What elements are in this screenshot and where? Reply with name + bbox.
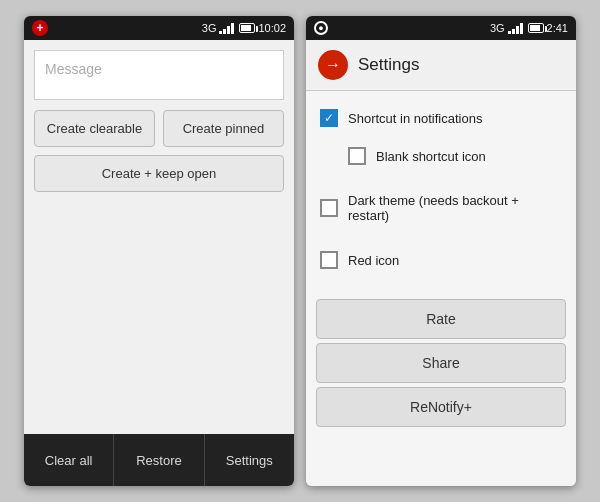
settings-content: Shortcut in notifications Blank shortcut… bbox=[306, 91, 576, 486]
dark-theme-label: Dark theme (needs backout + restart) bbox=[348, 193, 562, 223]
create-clearable-button[interactable]: Create clearable bbox=[34, 110, 155, 147]
settings-app-icon: → bbox=[318, 50, 348, 80]
blank-shortcut-checkbox[interactable] bbox=[348, 147, 366, 165]
left-phone: + 3G 10:02 Message Create clearable bbox=[24, 16, 294, 486]
red-icon-item[interactable]: Red icon bbox=[306, 241, 576, 279]
settings-divider-2 bbox=[306, 233, 576, 241]
shortcut-notifications-item[interactable]: Shortcut in notifications bbox=[306, 99, 576, 137]
notification-icon: ● bbox=[314, 21, 328, 35]
create-pinned-button[interactable]: Create pinned bbox=[163, 110, 284, 147]
status-right-right: 3G 2:41 bbox=[490, 22, 568, 34]
signal-icon-right bbox=[508, 22, 523, 34]
content-spacer bbox=[24, 200, 294, 434]
dark-theme-checkbox[interactable] bbox=[320, 199, 338, 217]
settings-divider-3 bbox=[306, 279, 576, 287]
shortcut-notifications-checkbox[interactable] bbox=[320, 109, 338, 127]
shortcut-notifications-label: Shortcut in notifications bbox=[348, 111, 482, 126]
network-type-right: 3G bbox=[490, 22, 505, 34]
status-right: 3G 10:02 bbox=[202, 22, 286, 34]
message-input[interactable]: Message bbox=[34, 50, 284, 100]
rate-button[interactable]: Rate bbox=[316, 299, 566, 339]
top-buttons-row: Create clearable Create pinned bbox=[34, 110, 284, 147]
renotify-button[interactable]: ReNotify+ bbox=[316, 387, 566, 427]
status-right-left: ● bbox=[314, 21, 328, 35]
restore-button[interactable]: Restore bbox=[114, 434, 204, 486]
left-phone-content: Message Create clearable Create pinned C… bbox=[24, 40, 294, 434]
settings-divider-4 bbox=[306, 287, 576, 295]
blank-shortcut-label: Blank shortcut icon bbox=[376, 149, 486, 164]
red-icon-label: Red icon bbox=[348, 253, 399, 268]
settings-title: Settings bbox=[358, 55, 419, 75]
time-display-right: 2:41 bbox=[547, 22, 568, 34]
app-icon: + bbox=[32, 20, 48, 36]
time-display: 10:02 bbox=[258, 22, 286, 34]
dark-theme-item[interactable]: Dark theme (needs backout + restart) bbox=[306, 183, 576, 233]
red-icon-checkbox[interactable] bbox=[320, 251, 338, 269]
status-bar-right: ● 3G 2:41 bbox=[306, 16, 576, 40]
network-type: 3G bbox=[202, 22, 217, 34]
message-placeholder: Message bbox=[45, 61, 102, 77]
battery-icon-right bbox=[528, 23, 544, 33]
settings-header: → Settings bbox=[306, 40, 576, 91]
status-bar-left: + 3G 10:02 bbox=[24, 16, 294, 40]
create-keep-open-button[interactable]: Create + keep open bbox=[34, 155, 284, 192]
share-button[interactable]: Share bbox=[316, 343, 566, 383]
settings-button[interactable]: Settings bbox=[205, 434, 294, 486]
battery-icon bbox=[239, 23, 255, 33]
clear-all-button[interactable]: Clear all bbox=[24, 434, 114, 486]
bottom-bar: Clear all Restore Settings bbox=[24, 434, 294, 486]
signal-icon bbox=[219, 22, 234, 34]
right-phone: ● 3G 2:41 → Settings bbox=[306, 16, 576, 486]
settings-divider-1 bbox=[306, 175, 576, 183]
status-left: + bbox=[32, 20, 48, 36]
blank-shortcut-item[interactable]: Blank shortcut icon bbox=[306, 137, 576, 175]
